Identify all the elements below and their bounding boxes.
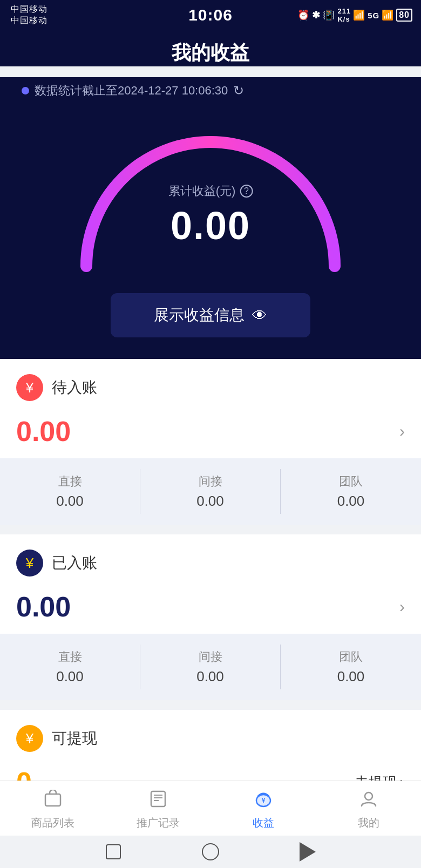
gauge-value: 0.00 [168,204,253,248]
show-earnings-label: 展示收益信息 [154,305,245,326]
status-icons: ⏰ ✱ 📳 211K/s 📶 5G 📶 80 [297,7,412,23]
vibrate-icon: 📳 [323,9,335,21]
products-label: 商品列表 [31,816,74,830]
withdrawable-icon-symbol: ¥ [26,730,33,747]
earnings-icon: ¥ [254,790,273,812]
pending-stats-row: 直接 0.00 间接 0.00 团队 0.00 [0,458,421,525]
pending-indirect-cell: 间接 0.00 [140,469,281,514]
divider-1 [0,525,421,534]
pending-team-cell: 团队 0.00 [281,469,421,514]
show-earnings-button[interactable]: 展示收益信息 👁 [111,293,310,337]
settled-section: ¥ 已入账 0.00 › [0,534,421,634]
svg-rect-2 [45,794,60,806]
gauge-content: 累计收益(元) ? 0.00 [168,183,253,248]
timestamp-row: 数据统计截止至2024-12-27 10:06:30 ↻ [22,83,244,99]
back-button[interactable] [298,842,317,862]
timestamp-text: 数据统计截止至2024-12-27 10:06:30 [35,83,228,99]
pending-amount: 0.00 [16,415,71,447]
refresh-icon[interactable]: ↻ [233,83,244,98]
withdrawable-header: ¥ 可提现 [16,725,405,752]
settled-team-cell: 团队 0.00 [281,645,421,689]
pending-direct-label: 直接 [0,473,140,490]
5g-icon: 5G [368,11,379,20]
svg-point-0 [81,261,92,272]
alarm-icon: ⏰ [297,9,310,21]
pending-icon: ¥ [16,374,43,401]
nav-item-earnings[interactable]: ¥ 收益 [210,790,316,830]
svg-text:¥: ¥ [261,797,265,804]
settled-stats-row: 直接 0.00 间接 0.00 团队 0.00 [0,634,421,700]
pending-indirect-value: 0.00 [140,493,280,510]
pending-icon-symbol: ¥ [26,379,33,396]
settled-indirect-value: 0.00 [140,668,280,685]
settled-header: ¥ 已入账 [16,550,405,577]
speed-icon: 211K/s [337,7,351,23]
withdrawable-title: 可提现 [52,728,97,749]
pending-amount-row[interactable]: 0.00 › [16,410,405,458]
pending-direct-cell: 直接 0.00 [0,469,140,514]
settled-direct-value: 0.00 [0,668,140,685]
android-system-nav [0,836,421,868]
eye-icon: 👁 [252,307,267,324]
nav-item-mine[interactable]: 我的 [316,790,421,830]
withdrawable-icon: ¥ [16,725,43,752]
settled-title: 已入账 [52,553,97,573]
bluetooth-icon: ✱ [312,9,321,21]
settled-icon: ¥ [16,550,43,577]
carrier-text: 中国移动中国移动 [11,4,47,26]
pending-team-label: 团队 [281,473,421,490]
pending-direct-value: 0.00 [0,493,140,510]
settled-chevron-icon: › [399,598,405,616]
page-header: 我的收益 [0,30,421,66]
page-title: 我的收益 [0,40,421,66]
settled-team-label: 团队 [281,649,421,665]
settled-direct-cell: 直接 0.00 [0,645,140,689]
gauge-label: 累计收益(元) ? [168,183,253,199]
svg-point-10 [365,792,372,800]
home-button[interactable] [201,842,220,862]
svg-rect-3 [151,791,165,806]
products-icon [44,790,62,812]
promo-label: 推广记录 [137,816,180,830]
bottom-navigation: 商品列表 推广记录 ¥ 收益 [0,781,421,836]
settled-amount-row[interactable]: 0.00 › [16,585,405,634]
gauge-container: 累计收益(元) ? 0.00 [59,115,362,277]
pending-team-value: 0.00 [281,493,421,510]
help-icon[interactable]: ? [240,185,253,198]
recent-apps-button[interactable] [104,842,123,862]
settled-indirect-cell: 间接 0.00 [140,645,281,689]
signal-icon: 📶 [382,9,394,21]
time-display: 10:06 [188,6,233,24]
mine-label: 我的 [358,816,379,830]
svg-point-1 [329,261,340,272]
pending-header: ¥ 待入账 [16,374,405,401]
pending-chevron-icon: › [399,422,405,440]
settled-amount: 0.00 [16,591,71,623]
wifi-icon: 📶 [353,9,365,21]
nav-item-products[interactable]: 商品列表 [0,790,105,830]
settled-direct-label: 直接 [0,649,140,665]
battery-indicator: 80 [396,9,412,22]
pending-title: 待入账 [52,377,97,398]
settled-icon-symbol: ¥ [26,555,33,572]
settled-indirect-label: 间接 [140,649,280,665]
pending-indirect-label: 间接 [140,473,280,490]
pending-section: ¥ 待入账 0.00 › [0,359,421,458]
gauge-section: 数据统计截止至2024-12-27 10:06:30 ↻ [0,77,421,359]
status-bar: 中国移动中国移动 10:06 ⏰ ✱ 📳 211K/s 📶 5G 📶 80 [0,0,421,30]
mine-icon [359,790,378,812]
nav-item-promo[interactable]: 推广记录 [105,790,210,830]
promo-icon [149,790,167,812]
earnings-label: 收益 [253,816,274,830]
timestamp-dot [22,87,29,94]
divider-2 [0,700,421,710]
settled-team-value: 0.00 [281,668,421,685]
